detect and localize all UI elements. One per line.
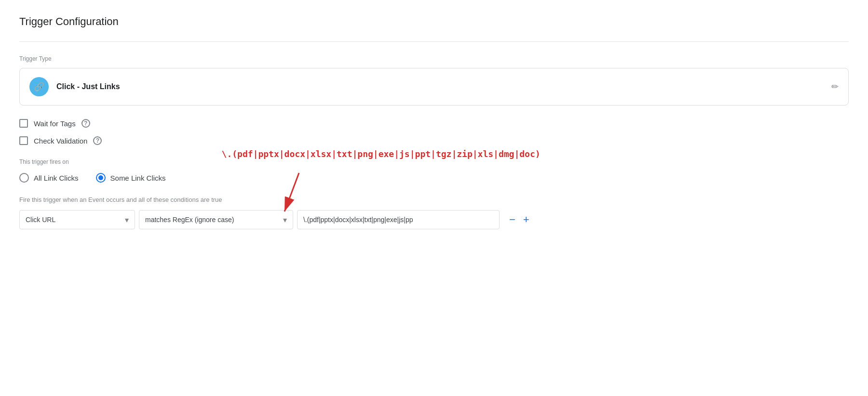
all-link-clicks-radio-row[interactable]: All Link Clicks <box>19 173 79 183</box>
action-buttons: − + <box>509 214 529 225</box>
checkbox-group: Wait for Tags ? Check Validation ? <box>19 119 849 145</box>
check-validation-label: Check Validation <box>34 137 87 145</box>
all-link-clicks-radio[interactable] <box>19 173 29 183</box>
variable-dropdown-value: Click URL <box>26 216 55 224</box>
some-link-clicks-label: Some Link Clicks <box>110 174 166 182</box>
trigger-type-label: Trigger Type <box>19 55 849 62</box>
header-divider <box>19 41 849 42</box>
annotation-text: \.(pdf|pptx|docx|xlsx|txt|png|exe|js|ppt… <box>222 149 541 159</box>
some-link-clicks-radio-dot <box>98 175 103 180</box>
conditions-label: Fire this trigger when an Event occurs a… <box>19 196 849 203</box>
variable-dropdown[interactable]: Click URL ▾ <box>19 210 135 229</box>
operator-dropdown-value: matches RegEx (ignore case) <box>145 216 234 224</box>
link-icon: 🔗 <box>34 81 44 92</box>
radio-group: All Link Clicks Some Link Clicks \.(pdf|… <box>19 173 849 183</box>
wait-for-tags-checkbox[interactable] <box>19 119 28 128</box>
check-validation-checkbox[interactable] <box>19 136 28 145</box>
check-validation-help-icon[interactable]: ? <box>93 136 102 145</box>
check-validation-row: Check Validation ? <box>19 136 849 145</box>
variable-dropdown-chevron: ▾ <box>125 215 129 224</box>
conditions-section: Fire this trigger when an Event occurs a… <box>19 196 849 229</box>
fires-on-label: This trigger fires on <box>19 158 849 165</box>
svg-line-1 <box>285 173 299 211</box>
trigger-icon: 🔗 <box>29 77 49 96</box>
remove-condition-button[interactable]: − <box>509 214 515 225</box>
edit-trigger-button[interactable]: ✏ <box>831 81 839 92</box>
some-link-clicks-radio-row[interactable]: Some Link Clicks <box>96 173 166 183</box>
trigger-type-name: Click - Just Links <box>56 82 120 91</box>
trigger-type-box: 🔗 Click - Just Links ✏ <box>19 68 849 106</box>
add-condition-button[interactable]: + <box>523 214 529 225</box>
all-link-clicks-label: All Link Clicks <box>34 174 79 182</box>
wait-for-tags-label: Wait for Tags <box>34 119 76 128</box>
some-link-clicks-radio[interactable] <box>96 173 106 183</box>
wait-for-tags-row: Wait for Tags ? <box>19 119 849 128</box>
trigger-type-left: 🔗 Click - Just Links <box>29 77 120 96</box>
annotation-arrow <box>270 168 357 226</box>
page-title: Trigger Configuration <box>19 15 849 28</box>
wait-for-tags-help-icon[interactable]: ? <box>81 119 90 128</box>
condition-row: Click URL ▾ matches RegEx (ignore case) … <box>19 210 849 229</box>
